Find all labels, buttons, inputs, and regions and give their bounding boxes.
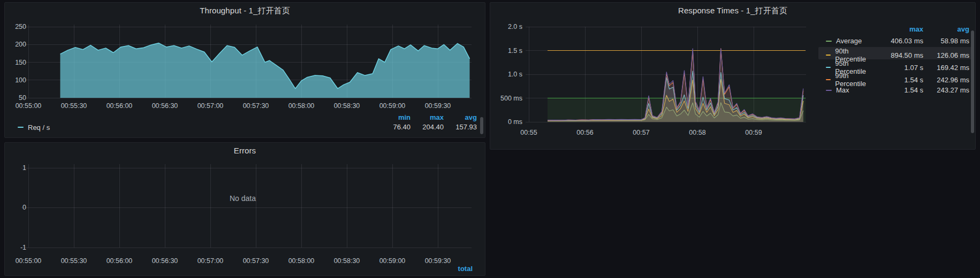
legend-avg-value: 126.06 ms [923, 51, 969, 59]
legend-label-text: Average [836, 37, 862, 45]
x-tick-label: 00:58 [689, 129, 705, 136]
series-color-dash-icon [18, 127, 24, 128]
legend-row-99th-percentile[interactable]: 99th Percentile1.54 s242.96 ms [818, 72, 974, 84]
series-color-dash-icon [826, 67, 831, 68]
stat-column-min: min76.40 [381, 113, 411, 132]
stat-value-max: 204.40 [414, 122, 444, 132]
y-tick-label: 2.0 s [508, 23, 522, 30]
x-tick-label: 00:56:30 [152, 257, 178, 265]
legend-label-max[interactable]: Max [826, 86, 874, 94]
legend-max-value: 406.03 ms [874, 37, 923, 45]
response-legend: maxavgAverage406.03 ms58.98 ms90th Perce… [818, 24, 974, 96]
legend-avg-value: 169.42 ms [923, 64, 969, 72]
x-tick-label: 00:58:00 [288, 102, 315, 110]
series-color-dash-icon [826, 90, 832, 91]
legend-item-reqs[interactable]: Req / s [18, 122, 50, 132]
panel-throughput[interactable]: Throughput - 1_打开首页 2502001501005000:55:… [4, 2, 485, 138]
legend-max-value: 1.07 s [874, 64, 923, 72]
x-tick-label: 00:59 [745, 129, 762, 136]
series-color-dash-icon [826, 79, 831, 80]
x-tick-label: 00:59:00 [379, 102, 406, 110]
legend-stats: min76.40max204.40avg157.93 [381, 113, 477, 132]
x-tick-label: 00:58:30 [334, 257, 360, 265]
stat-value-avg: 157.93 [447, 122, 477, 132]
y-tick-label: 0 [22, 204, 26, 211]
x-tick-label: 00:57:30 [243, 102, 269, 110]
stat-header-min[interactable]: min [381, 113, 411, 122]
series-color-dash-icon [826, 55, 831, 56]
y-tick-label: 500 ms [500, 95, 522, 102]
x-tick-label: 00:59:00 [379, 257, 406, 265]
x-tick-label: 00:56:30 [152, 102, 178, 110]
legend-avg-value: 242.96 ms [923, 76, 969, 84]
y-tick-label: 0 ms [508, 118, 522, 126]
legend-row-95th-percentile[interactable]: 95th Percentile1.07 s169.42 ms [818, 59, 974, 72]
throughput-chart[interactable]: 2502001501005000:55:0000:55:3000:56:0000… [5, 3, 485, 112]
y-tick-label: 1.0 s [508, 71, 522, 78]
x-tick-label: 00:56:00 [107, 102, 133, 110]
stat-column-avg: avg157.93 [447, 113, 477, 132]
x-tick-label: 00:55:30 [61, 102, 87, 110]
legend-label-average[interactable]: Average [826, 37, 874, 45]
legend-label-text: 99th Percentile [835, 72, 874, 88]
legend-label-reqs[interactable]: Req / s [28, 123, 50, 132]
legend-max-value: 1.54 s [874, 86, 923, 94]
throughput-area-fill [60, 43, 470, 98]
panel-response-times[interactable]: Response Times - 1_打开首页 2.0 s1.5 s1.0 s5… [490, 2, 976, 150]
x-tick-label: 00:55:00 [16, 102, 42, 110]
errors-chart[interactable]: 00:55:0000:55:3000:56:0000:56:3000:57:00… [5, 143, 485, 275]
panel-errors[interactable]: Errors 00:55:0000:55:3000:56:0000:56:300… [4, 142, 485, 276]
legend-avg-value: 243.27 ms [923, 86, 969, 94]
stat-header-avg[interactable]: avg [447, 113, 477, 122]
y-tick-label: 1 [22, 164, 26, 172]
legend-label-text: Max [836, 86, 849, 94]
legend-row-90th-percentile[interactable]: 90th Percentile894.50 ms126.06 ms [818, 47, 974, 59]
x-tick-label: 00:57:00 [197, 257, 224, 265]
legend-label-total[interactable]: total [458, 265, 473, 273]
x-tick-label: 00:57 [633, 129, 649, 136]
stat-column-max: max204.40 [414, 113, 444, 132]
legend-row-average[interactable]: Average406.03 ms58.98 ms [818, 35, 974, 47]
y-tick-label: 100 [15, 76, 26, 84]
grafana-dashboard: Throughput - 1_打开首页 2502001501005000:55:… [0, 0, 980, 278]
x-tick-label: 00:57:30 [243, 257, 269, 265]
x-tick-label: 00:59:30 [425, 257, 451, 265]
stat-header-max[interactable]: max [414, 113, 444, 122]
legend-max-value: 894.50 ms [874, 51, 923, 59]
legend-header-max[interactable]: max [874, 25, 923, 33]
series-color-dash-icon [826, 41, 832, 42]
x-tick-label: 00:59:30 [425, 102, 451, 110]
legend-label-99th-percentile[interactable]: 99th Percentile [826, 72, 874, 88]
x-tick-label: 00:58:00 [288, 257, 315, 265]
x-tick-label: 00:56:00 [107, 257, 133, 265]
panel-scrollbar[interactable] [480, 117, 483, 134]
y-tick-label: -1 [20, 244, 26, 251]
y-tick-label: 200 [15, 41, 26, 48]
stat-value-min: 76.40 [381, 122, 411, 132]
x-tick-label: 00:57:00 [197, 102, 224, 110]
y-tick-label: 1.5 s [508, 47, 522, 55]
y-tick-label: 150 [15, 59, 26, 66]
legend-row-max[interactable]: Max1.54 s243.27 ms [818, 84, 974, 96]
x-tick-label: 00:55 [520, 129, 537, 136]
legend-avg-value: 58.98 ms [923, 37, 969, 45]
legend-header-avg[interactable]: avg [923, 25, 969, 33]
x-tick-label: 00:56 [576, 129, 593, 136]
no-data-message: No data [230, 194, 256, 203]
legend-max-value: 1.54 s [874, 76, 923, 84]
panel-scrollbar[interactable] [971, 30, 974, 133]
y-tick-label: 250 [15, 23, 26, 30]
x-tick-label: 00:55:30 [61, 257, 87, 265]
x-tick-label: 00:55:00 [16, 257, 42, 265]
x-tick-label: 00:58:30 [334, 102, 360, 110]
legend-header-row: maxavg [818, 24, 974, 34]
y-tick-label: 50 [19, 94, 26, 102]
